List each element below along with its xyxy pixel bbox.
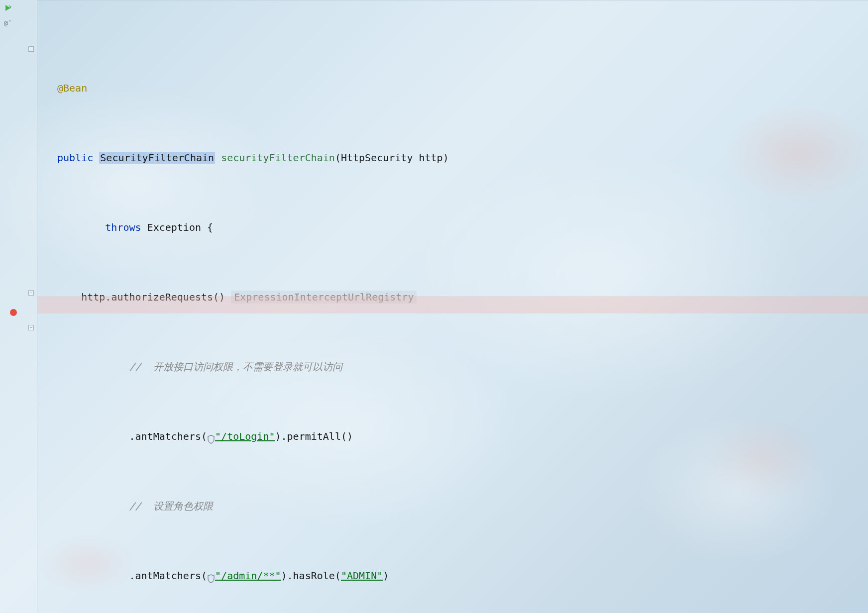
breakpoint-icon[interactable]	[10, 309, 17, 316]
keyword-public: public	[57, 152, 93, 164]
method-params: (HttpSecurity http)	[335, 152, 449, 164]
string-literal: "/admin/**"	[215, 570, 281, 582]
return-type: SecurityFilterChain	[99, 152, 215, 164]
annotation: @Bean	[57, 82, 87, 94]
throws-clause: Exception {	[141, 221, 214, 233]
fold-marker-icon[interactable]: −	[28, 46, 34, 52]
run-gutter-icon[interactable]	[4, 2, 13, 11]
shield-icon	[207, 432, 215, 441]
string-literal: "/toLogin"	[215, 430, 275, 442]
code-text: http.authorizeRequests()	[81, 291, 225, 303]
code-editor[interactable]: @ − − − @Bean public SecurityFilterChain…	[0, 0, 868, 613]
comment: // 开放接口访问权限，不需要登录就可以访问	[129, 361, 342, 373]
shield-icon	[207, 571, 215, 580]
code-text: ).permitAll()	[275, 430, 353, 442]
code-text: ).hasRole(	[281, 570, 341, 582]
code-content[interactable]: @Bean public SecurityFilterChain securit…	[37, 0, 868, 613]
code-text: .antMatchers(	[129, 430, 208, 442]
svg-text:@: @	[4, 19, 8, 27]
code-text: .antMatchers(	[129, 570, 208, 582]
code-text: )	[383, 570, 389, 582]
override-gutter-icon[interactable]: @	[4, 17, 13, 26]
fold-marker-icon[interactable]: −	[28, 325, 34, 330]
string-literal: "ADMIN"	[341, 570, 383, 582]
editor-gutter[interactable]: @ − − −	[0, 0, 37, 613]
fold-marker-icon[interactable]: −	[28, 290, 34, 296]
keyword-throws: throws	[105, 221, 141, 233]
inlay-hint: ExpressionInterceptUrlRegistry	[231, 291, 417, 304]
method-name: securityFilterChain	[221, 152, 335, 164]
comment: // 设置角色权限	[129, 500, 213, 512]
